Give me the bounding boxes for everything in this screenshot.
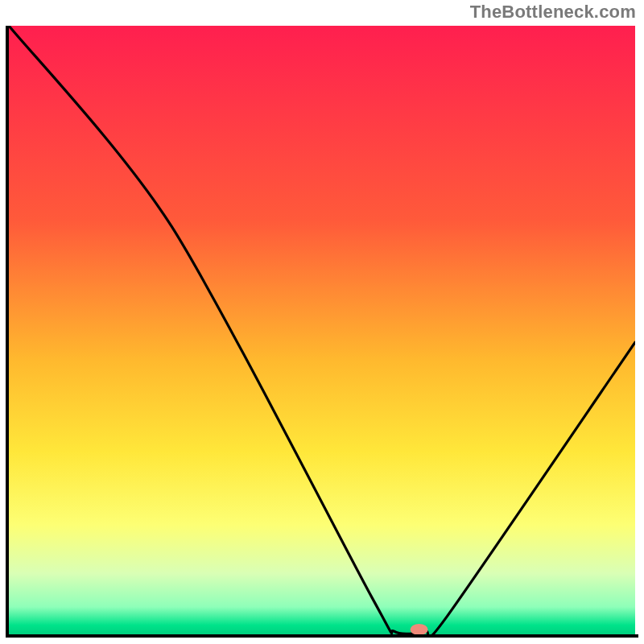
gradient-background — [9, 26, 635, 634]
plot-area — [9, 26, 635, 634]
watermark-text: TheBottleneck.com — [470, 2, 636, 23]
chart-svg — [9, 26, 635, 634]
bottleneck-chart: TheBottleneck.com — [0, 0, 644, 644]
